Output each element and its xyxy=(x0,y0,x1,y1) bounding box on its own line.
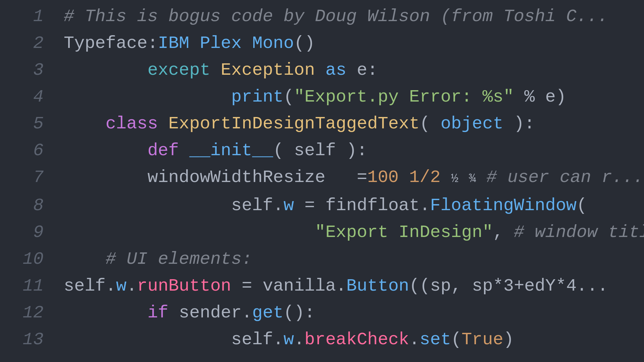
token-w: w xyxy=(283,326,294,353)
token-floatingwindow: FloatingWindow xyxy=(430,192,577,219)
token-comment: # window title xyxy=(514,219,644,246)
code-line-11: 11 self.w.runButton = vanilla.Button((sp… xyxy=(0,273,644,300)
line-content-10: # UI elements: xyxy=(64,246,252,273)
line-content-13: self.w.breakCheck.set(True) xyxy=(64,326,514,353)
line-content-1: # This is bogus code by Doug Wilson (fro… xyxy=(64,3,608,30)
token-comma: , xyxy=(493,219,514,246)
line-content-11: self.w.runButton = vanilla.Button((sp, s… xyxy=(64,273,608,300)
line-content-5: class ExportInDesignTaggedText( object )… xyxy=(64,111,535,137)
code-line-13: 13 self.w.breakCheck.set(True) xyxy=(0,326,644,353)
token-e: e: xyxy=(346,57,378,84)
token-except: except xyxy=(148,57,210,84)
line-number-3: 3 xyxy=(7,57,44,84)
line-content-2: Typeface:IBM Plex Mono() xyxy=(64,30,315,57)
token-sender: sender. xyxy=(168,300,252,326)
code-line-9: 9 "Export InDesign", # window title xyxy=(0,219,644,246)
code-line-12: 12 if sender.get(): xyxy=(0,300,644,326)
token-paren: ( xyxy=(577,192,587,219)
token-comment: # This is bogus code by Doug Wilson (fro… xyxy=(64,3,608,30)
line-content-4: print("Export.py Error: %s" % e) xyxy=(64,84,566,111)
token-ibm: IBM Plex Mono xyxy=(158,30,294,57)
token-eq: = vanilla. xyxy=(231,273,346,300)
token-indent xyxy=(64,84,231,111)
token-fraction2: ¾ xyxy=(469,166,476,192)
token-sp2 xyxy=(440,164,451,191)
token-indent xyxy=(64,300,148,326)
token-get: get xyxy=(252,300,284,326)
token-sp xyxy=(179,137,189,164)
token-mod: % e) xyxy=(514,84,566,111)
code-line-7: 7 windowWidthResize = 100 1/2 ½ ¾ # user… xyxy=(0,164,644,192)
token-close: ): xyxy=(503,111,535,137)
token-dot: . xyxy=(294,326,305,353)
token-num100: 100 xyxy=(367,164,399,191)
token-args: ((sp, sp*3+edY*4... xyxy=(409,273,608,300)
code-line-3: 3 except Exception as e: xyxy=(0,57,644,84)
line-number-13: 13 xyxy=(7,326,44,353)
line-number-2: 2 xyxy=(7,30,44,57)
token-set: set xyxy=(420,326,451,353)
token-fraction1: ½ xyxy=(451,166,459,192)
token-indent xyxy=(64,57,148,84)
token-print: print xyxy=(231,84,283,111)
token-default: Typeface: xyxy=(64,30,158,57)
token-button: Button xyxy=(346,273,409,300)
token-sp4 xyxy=(476,164,486,191)
token-string: "Export InDesign" xyxy=(315,219,493,246)
code-editor: 1 # This is bogus code by Doug Wilson (f… xyxy=(0,0,644,362)
line-number-11: 11 xyxy=(7,273,44,300)
token-sp2 xyxy=(315,57,325,84)
token-indent xyxy=(64,164,148,191)
line-number-8: 8 xyxy=(7,192,44,219)
token-self: self. xyxy=(64,273,116,300)
token-paren: ( xyxy=(420,111,440,137)
token-args: ( self ): xyxy=(273,137,367,164)
token-sp3 xyxy=(458,164,469,191)
line-number-12: 12 xyxy=(7,300,44,326)
token-sp xyxy=(158,111,168,137)
token-indent xyxy=(64,111,106,137)
token-init: __init__ xyxy=(189,137,273,164)
line-number-9: 9 xyxy=(7,219,44,246)
token-eq: = findfloat. xyxy=(294,192,430,219)
token-sp xyxy=(210,57,221,84)
token-classname: ExportInDesignTaggedText xyxy=(168,111,420,137)
line-number-6: 6 xyxy=(7,137,44,164)
token-var: windowWidthResize = xyxy=(148,164,367,191)
line-content-12: if sender.get(): xyxy=(64,300,315,326)
line-number-7: 7 xyxy=(7,164,44,191)
code-line-2: 2 Typeface:IBM Plex Mono() xyxy=(0,30,644,57)
token-paren: ( xyxy=(283,84,294,111)
code-line-1: 1 # This is bogus code by Doug Wilson (f… xyxy=(0,3,644,30)
token-sp xyxy=(399,164,409,191)
line-number-1: 1 xyxy=(7,3,44,30)
token-close: ) xyxy=(503,326,514,353)
line-number-4: 4 xyxy=(7,84,44,111)
token-breakcheck: breakCheck xyxy=(305,326,409,353)
token-indent xyxy=(64,326,231,353)
token-comment: # user can r... xyxy=(486,164,643,191)
token-class: class xyxy=(106,111,158,137)
token-comment: # UI elements: xyxy=(106,246,252,273)
token-as: as xyxy=(325,57,346,84)
token-self: self. xyxy=(231,326,283,353)
token-paren: (): xyxy=(283,300,315,326)
token-runbutton: runButton xyxy=(137,273,231,300)
code-line-5: 5 class ExportInDesignTaggedText( object… xyxy=(0,111,644,137)
token-w: w xyxy=(283,192,294,219)
code-line-4: 4 print("Export.py Error: %s" % e) xyxy=(0,84,644,111)
token-indent xyxy=(64,192,231,219)
line-number-10: 10 xyxy=(7,246,44,273)
token-paren: ( xyxy=(451,326,462,353)
token-if: if xyxy=(148,300,168,326)
token-indent xyxy=(64,246,106,273)
token-default: () xyxy=(294,30,315,57)
token-def: def xyxy=(148,137,179,164)
token-indent xyxy=(64,219,315,246)
token-indent xyxy=(64,137,148,164)
token-exception: Exception xyxy=(221,57,315,84)
code-line-10: 10 # UI elements: xyxy=(0,246,644,273)
line-content-3: except Exception as e: xyxy=(64,57,378,84)
line-content-7: windowWidthResize = 100 1/2 ½ ¾ # user c… xyxy=(64,164,643,192)
token-half: 1/2 xyxy=(409,164,441,191)
